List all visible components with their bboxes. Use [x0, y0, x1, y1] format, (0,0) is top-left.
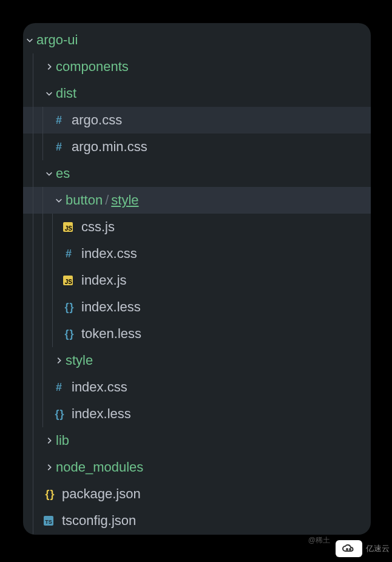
- watermark-brand: 亿速云: [366, 543, 390, 554]
- file-label: index.css: [72, 379, 127, 395]
- folder-label: dist: [56, 86, 76, 101]
- tree-item-lib[interactable]: lib: [23, 427, 371, 454]
- file-label: argo.min.css: [72, 139, 147, 155]
- tree-item-style-folder[interactable]: style: [23, 347, 371, 374]
- cloud-icon: [336, 540, 362, 557]
- tree-item-css-js[interactable]: JS css.js: [23, 214, 371, 240]
- js-file-icon: JS: [63, 222, 73, 232]
- css-file-icon: #: [62, 248, 75, 260]
- ts-file-icon: TS: [44, 516, 53, 526]
- file-label: index.less: [72, 406, 131, 422]
- tree-item-package-json[interactable]: { } package.json: [23, 481, 371, 507]
- file-label: css.js: [81, 219, 115, 235]
- css-file-icon: #: [52, 114, 66, 127]
- chevron-down-icon: [23, 36, 36, 44]
- tree-item-es-index-css[interactable]: # index.css: [23, 374, 371, 401]
- folder-label: style: [66, 353, 93, 368]
- chevron-right-icon: [42, 63, 56, 71]
- tree-item-argo-ui[interactable]: argo-ui: [23, 27, 371, 53]
- less-file-icon: { }: [52, 408, 66, 421]
- svg-point-1: [350, 549, 351, 550]
- file-label: package.json: [62, 486, 141, 502]
- file-label: index.less: [81, 299, 141, 315]
- file-label: token.less: [81, 326, 141, 342]
- svg-point-0: [346, 549, 348, 550]
- file-label: index.js: [81, 273, 127, 288]
- tree-item-token-less[interactable]: { } token.less: [23, 320, 371, 347]
- file-label: tsconfig.json: [62, 513, 136, 529]
- folder-label: argo-ui: [36, 32, 78, 48]
- file-label: argo.css: [72, 112, 122, 128]
- watermark-text: @稀土: [308, 535, 330, 546]
- tree-item-index-css[interactable]: # index.css: [23, 240, 371, 267]
- file-explorer-panel: argo-ui components dist # argo.css # arg…: [23, 23, 371, 535]
- chevron-right-icon: [52, 356, 66, 365]
- folder-label: es: [56, 166, 70, 181]
- tree-item-components[interactable]: components: [23, 53, 371, 80]
- tree-item-button-style[interactable]: button/style: [23, 187, 371, 214]
- json-file-icon: { }: [42, 488, 56, 501]
- chevron-right-icon: [42, 436, 56, 445]
- js-file-icon: JS: [63, 276, 73, 285]
- folder-label: components: [56, 59, 129, 75]
- chevron-right-icon: [42, 463, 56, 472]
- tree-item-node-modules[interactable]: node_modules: [23, 454, 371, 481]
- watermark: 亿速云: [336, 540, 390, 557]
- folder-label: node_modules: [56, 459, 143, 475]
- tree-item-tsconfig-json[interactable]: TS tsconfig.json: [23, 507, 371, 534]
- css-file-icon: #: [52, 141, 66, 154]
- tree-item-argo-css[interactable]: # argo.css: [23, 107, 371, 134]
- tree-item-es-index-less[interactable]: { } index.less: [23, 401, 371, 427]
- chevron-down-icon: [42, 169, 56, 178]
- chevron-down-icon: [52, 196, 66, 205]
- tree-item-index-js[interactable]: JS index.js: [23, 267, 371, 294]
- less-file-icon: { }: [62, 301, 75, 314]
- folder-path: button/style: [66, 192, 139, 208]
- tree-item-es[interactable]: es: [23, 160, 371, 187]
- tree-item-argo-min-css[interactable]: # argo.min.css: [23, 134, 371, 160]
- css-file-icon: #: [52, 381, 66, 394]
- less-file-icon: { }: [62, 328, 75, 340]
- chevron-down-icon: [42, 89, 56, 98]
- folder-label: lib: [56, 433, 69, 449]
- tree-item-dist[interactable]: dist: [23, 80, 371, 107]
- file-label: index.css: [81, 246, 137, 262]
- tree-item-index-less[interactable]: { } index.less: [23, 294, 371, 320]
